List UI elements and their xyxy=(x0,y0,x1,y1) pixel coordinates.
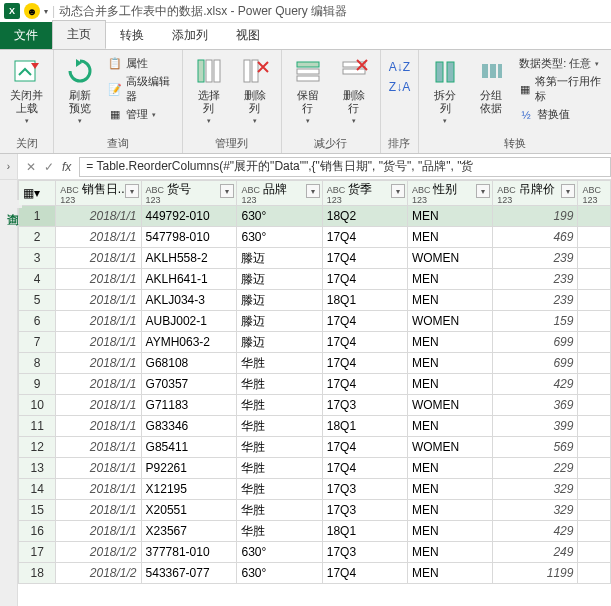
filter-icon[interactable]: ▾ xyxy=(391,184,405,198)
cell[interactable]: 239 xyxy=(493,248,578,269)
replace-values-button[interactable]: ½替换值 xyxy=(517,106,605,123)
cell[interactable]: MEN xyxy=(407,227,492,248)
cell[interactable]: G68108 xyxy=(141,353,237,374)
cell[interactable]: AKLJ034-3 xyxy=(141,290,237,311)
cell[interactable]: 2018/1/1 xyxy=(56,269,141,290)
cell[interactable]: 17Q4 xyxy=(322,332,407,353)
cell[interactable]: MEN xyxy=(407,458,492,479)
cell[interactable]: AUBJ002-1 xyxy=(141,311,237,332)
table-row[interactable]: 52018/1/1AKLJ034-3滕迈18Q1MEN239 xyxy=(19,290,611,311)
filter-icon[interactable]: ▾ xyxy=(476,184,490,198)
cell[interactable]: 2018/1/1 xyxy=(56,437,141,458)
cell[interactable]: WOMEN xyxy=(407,395,492,416)
col-header[interactable]: ABC123 xyxy=(578,181,611,206)
row-number[interactable]: 9 xyxy=(19,374,56,395)
cell[interactable]: MEN xyxy=(407,353,492,374)
cell[interactable]: X12195 xyxy=(141,479,237,500)
cell[interactable]: 2018/1/1 xyxy=(56,521,141,542)
cell[interactable]: 630° xyxy=(237,227,322,248)
choose-columns-button[interactable]: 选择 列 ▾ xyxy=(189,53,229,134)
row-number[interactable]: 4 xyxy=(19,269,56,290)
cell[interactable]: MEN xyxy=(407,479,492,500)
remove-columns-button[interactable]: 删除 列 ▾ xyxy=(235,53,275,134)
cell[interactable]: AKLH641-1 xyxy=(141,269,237,290)
cell[interactable]: 2018/1/2 xyxy=(56,542,141,563)
cell[interactable]: G83346 xyxy=(141,416,237,437)
table-row[interactable]: 142018/1/1X12195华胜17Q3MEN329 xyxy=(19,479,611,500)
row-number[interactable]: 12 xyxy=(19,437,56,458)
table-row[interactable]: 122018/1/1G85411华胜17Q4WOMEN569 xyxy=(19,437,611,458)
cell[interactable]: 17Q3 xyxy=(322,500,407,521)
cell[interactable]: 2018/1/1 xyxy=(56,332,141,353)
refresh-button[interactable]: 刷新 预览 ▾ xyxy=(60,53,100,134)
table-row[interactable]: 112018/1/1G83346华胜18Q1MEN399 xyxy=(19,416,611,437)
table-row[interactable]: 82018/1/1G68108华胜17Q4MEN699 xyxy=(19,353,611,374)
split-column-button[interactable]: 拆分 列 ▾ xyxy=(425,53,465,134)
qat-dropdown-icon[interactable]: ▾ xyxy=(44,7,48,16)
sort-asc-button[interactable]: A↓Z xyxy=(387,59,412,75)
cell[interactable]: 469 xyxy=(493,227,578,248)
cell[interactable]: 华胜 xyxy=(237,458,322,479)
cell[interactable]: MEN xyxy=(407,206,492,227)
cell[interactable]: 华胜 xyxy=(237,479,322,500)
cell[interactable]: 159 xyxy=(493,311,578,332)
remove-rows-button[interactable]: 删除 行 ▾ xyxy=(334,53,374,134)
data-grid[interactable]: ▦▾ ABC123销售日...▾ ABC123货号▾ ABC123品牌▾ ABC… xyxy=(18,180,611,606)
cell[interactable]: 2018/1/1 xyxy=(56,227,141,248)
cell[interactable] xyxy=(578,227,611,248)
cell[interactable] xyxy=(578,500,611,521)
cell[interactable] xyxy=(578,521,611,542)
cell[interactable]: WOMEN xyxy=(407,248,492,269)
table-row[interactable]: 32018/1/1AKLH558-2滕迈17Q4WOMEN239 xyxy=(19,248,611,269)
cell[interactable]: 2018/1/1 xyxy=(56,416,141,437)
cell[interactable]: 2018/1/1 xyxy=(56,395,141,416)
row-number[interactable]: 3 xyxy=(19,248,56,269)
properties-button[interactable]: 📋属性 xyxy=(106,55,176,72)
cell[interactable]: MEN xyxy=(407,416,492,437)
manage-button[interactable]: ▦管理 ▾ xyxy=(106,106,176,123)
row-number[interactable]: 11 xyxy=(19,416,56,437)
cell[interactable]: 17Q3 xyxy=(322,479,407,500)
cell[interactable]: X20551 xyxy=(141,500,237,521)
cell[interactable]: 华胜 xyxy=(237,395,322,416)
cell[interactable]: MEN xyxy=(407,542,492,563)
tab-file[interactable]: 文件 xyxy=(0,22,52,49)
formula-input[interactable]: = Table.ReorderColumns(#"展开的"Data"",{"销售… xyxy=(79,157,611,177)
cell[interactable]: 18Q1 xyxy=(322,521,407,542)
table-row[interactable]: 172018/1/2377781-010630°17Q3MEN249 xyxy=(19,542,611,563)
cell[interactable]: 2018/1/1 xyxy=(56,248,141,269)
cell[interactable]: 17Q4 xyxy=(322,227,407,248)
tab-transform[interactable]: 转换 xyxy=(106,22,158,49)
col-header[interactable]: ABC123货号▾ xyxy=(141,181,237,206)
cell[interactable]: 199 xyxy=(493,206,578,227)
cell[interactable]: 17Q4 xyxy=(322,458,407,479)
cell[interactable]: G71183 xyxy=(141,395,237,416)
sort-desc-button[interactable]: Z↓A xyxy=(387,79,412,95)
cell[interactable]: 2018/1/1 xyxy=(56,206,141,227)
row-number[interactable]: 6 xyxy=(19,311,56,332)
cell[interactable]: 377781-010 xyxy=(141,542,237,563)
table-row[interactable]: 102018/1/1G71183华胜17Q3WOMEN369 xyxy=(19,395,611,416)
group-by-button[interactable]: 分组 依据 xyxy=(471,53,511,134)
row-number[interactable]: 16 xyxy=(19,521,56,542)
cell[interactable]: 17Q4 xyxy=(322,563,407,584)
table-row[interactable]: 72018/1/1AYMH063-2滕迈17Q4MEN699 xyxy=(19,332,611,353)
row-number[interactable]: 2 xyxy=(19,227,56,248)
cell[interactable]: 17Q4 xyxy=(322,248,407,269)
cell[interactable] xyxy=(578,353,611,374)
cell[interactable]: MEN xyxy=(407,563,492,584)
filter-icon[interactable]: ▾ xyxy=(220,184,234,198)
cell[interactable]: 滕迈 xyxy=(237,248,322,269)
cell[interactable]: 18Q1 xyxy=(322,290,407,311)
cell[interactable]: 1199 xyxy=(493,563,578,584)
cell[interactable]: WOMEN xyxy=(407,311,492,332)
cell[interactable]: MEN xyxy=(407,521,492,542)
advanced-editor-button[interactable]: 📝高级编辑器 xyxy=(106,73,176,105)
cell[interactable]: 华胜 xyxy=(237,416,322,437)
cell[interactable]: G85411 xyxy=(141,437,237,458)
cell[interactable]: 543367-077 xyxy=(141,563,237,584)
cell[interactable]: 449792-010 xyxy=(141,206,237,227)
queries-pane-toggle[interactable]: › xyxy=(0,154,18,179)
cell[interactable]: 2018/1/2 xyxy=(56,563,141,584)
row-number[interactable]: 15 xyxy=(19,500,56,521)
